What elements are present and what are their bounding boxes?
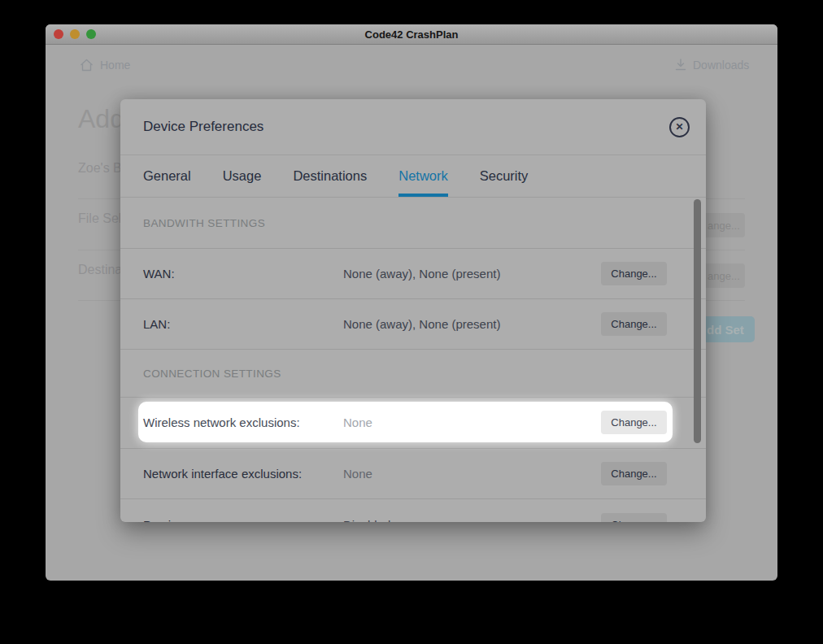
close-window-icon[interactable]	[54, 29, 63, 39]
device-preferences-dialog: Device Preferences ✕ General Usage Desti…	[120, 99, 706, 522]
preferences-tabs: General Usage Destinations Network Secur…	[120, 155, 706, 198]
nav-downloads-label: Downloads	[693, 59, 749, 72]
tab-destinations[interactable]: Destinations	[293, 155, 367, 197]
network-settings-panel: BANDWITH SETTINGS WAN: None (away), None…	[120, 198, 706, 522]
interface-exclusions-change-button[interactable]: Change...	[601, 462, 667, 485]
add-set-button-partial[interactable]: dd Set	[706, 316, 755, 342]
minimize-window-icon[interactable]	[70, 29, 80, 39]
home-icon	[80, 59, 94, 72]
wan-value: None (away), None (present)	[343, 267, 601, 281]
lan-label: LAN:	[143, 317, 343, 331]
nav-home-label: Home	[100, 59, 130, 72]
wireless-exclusions-spotlight: Wireless network exclusions: None Change…	[138, 402, 673, 442]
proxies-change-button[interactable]: Change...	[601, 513, 667, 523]
page-title: Add	[78, 104, 124, 134]
tab-usage[interactable]: Usage	[223, 155, 262, 197]
wireless-exclusions-label: Wireless network exclusions:	[143, 416, 343, 429]
close-icon[interactable]: ✕	[669, 117, 690, 137]
wireless-exclusions-value: None	[343, 416, 601, 429]
connection-settings-header: CONNECTION SETTINGS	[120, 350, 706, 398]
traffic-lights	[54, 29, 96, 39]
lan-change-button[interactable]: Change...	[601, 312, 667, 336]
tab-general[interactable]: General	[143, 155, 191, 197]
wan-change-button[interactable]: Change...	[601, 262, 667, 285]
wireless-exclusions-row: Wireless network exclusions: None Change…	[120, 398, 706, 449]
wan-row: WAN: None (away), None (present) Change.…	[120, 249, 706, 299]
download-icon	[675, 59, 686, 72]
change-button-partial[interactable]: ange...	[706, 263, 745, 288]
proxies-label: Proxies:	[143, 518, 343, 523]
interface-exclusions-label: Network interface exclusions:	[143, 467, 343, 481]
proxies-value: Disabled	[343, 518, 601, 523]
lan-value: None (away), None (present)	[343, 317, 601, 331]
app-window: Code42 CrashPlan Home Downloads Add Zoe'…	[46, 24, 777, 581]
titlebar: Code42 CrashPlan	[46, 24, 777, 45]
dialog-title: Device Preferences	[143, 119, 263, 135]
wireless-exclusions-change-button[interactable]: Change...	[601, 411, 667, 434]
nav-home[interactable]: Home	[80, 59, 130, 72]
dialog-header: Device Preferences ✕	[120, 99, 706, 155]
lan-row: LAN: None (away), None (present) Change.…	[120, 299, 706, 350]
scrollbar-thumb[interactable]	[694, 199, 701, 443]
tab-security[interactable]: Security	[480, 155, 529, 197]
proxies-row-partial: Proxies: Disabled Change...	[120, 499, 706, 522]
change-button-partial[interactable]: ange...	[706, 213, 745, 237]
tab-network[interactable]: Network	[398, 155, 448, 197]
destinations-label: Destinat	[78, 263, 126, 277]
interface-exclusions-value: None	[343, 467, 601, 481]
bandwidth-settings-header: BANDWITH SETTINGS	[120, 198, 706, 249]
nav-downloads[interactable]: Downloads	[675, 59, 749, 72]
window-title: Code42 CrashPlan	[365, 28, 459, 41]
wan-label: WAN:	[143, 267, 343, 281]
zoom-window-icon[interactable]	[86, 29, 96, 39]
interface-exclusions-row: Network interface exclusions: None Chang…	[120, 449, 706, 499]
